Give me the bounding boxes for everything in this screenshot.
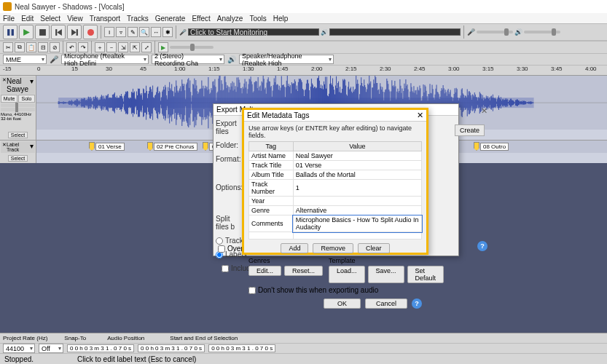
device-toolbar: MME 🎤 Microphone (Realtek High Defini 2 … <box>0 54 607 66</box>
play-speed-slider[interactable] <box>170 46 214 49</box>
ok-button[interactable]: OK <box>324 298 361 309</box>
copy-button[interactable]: ⧉ <box>15 42 25 52</box>
tool-selection[interactable]: I <box>104 27 114 37</box>
zoom-in-button[interactable]: ＋ <box>95 42 105 52</box>
close-icon[interactable]: ✕ <box>417 111 423 120</box>
playback-meter[interactable] <box>329 28 461 36</box>
label-marker[interactable]: 02 Pre Chorus <box>147 142 197 151</box>
playback-device-select[interactable]: Speaker/Headphone (Realtek High <box>239 55 334 64</box>
selection-toolbar: Project Rate (Hz) Snap-To Audio Position… <box>0 333 607 364</box>
zoom-out-button[interactable]: － <box>106 42 117 52</box>
tool-timeshift[interactable]: ↔ <box>151 27 161 37</box>
cut-button[interactable]: ✂ <box>3 42 13 52</box>
export-close-icon[interactable]: ✕ <box>481 106 487 116</box>
stop-button[interactable] <box>35 25 50 39</box>
split-tracks-radio[interactable] <box>216 237 223 245</box>
undo-button[interactable]: ↶ <box>66 42 77 52</box>
tool-multi[interactable]: ✱ <box>162 27 173 37</box>
menu-help[interactable]: Help <box>273 15 289 23</box>
menu-view[interactable]: View <box>67 15 83 23</box>
dont-show-check[interactable] <box>248 287 256 294</box>
selection-end-field[interactable]: 0 0 h 0 3 m 3 1 . 0 7 0 s <box>208 344 275 352</box>
menu-generate[interactable]: Generate <box>155 15 186 23</box>
track-name[interactable]: Neal Sawye <box>7 77 30 93</box>
play-at-speed-button[interactable]: ▶ <box>158 42 168 52</box>
skip-start-button[interactable] <box>51 25 66 39</box>
status-hint: Click to edit label text (Esc to cancel) <box>77 355 196 363</box>
svg-marker-6 <box>71 29 77 36</box>
fit-project-button[interactable]: ⇱ <box>130 42 140 52</box>
clear-button[interactable]: Clear <box>358 243 390 253</box>
timeline-ruler[interactable]: -15 0 15 30 45 1:00 1:15 1:30 1:45 2:00 … <box>0 66 607 76</box>
recording-channels-select[interactable]: 2 (Stereo) Recording Cha <box>152 55 224 64</box>
host-api-select[interactable]: MME <box>3 55 47 64</box>
speaker-device-icon: 🔊 <box>227 55 236 63</box>
menu-tracks[interactable]: Tracks <box>127 15 149 23</box>
track-pan-slider[interactable] <box>1 108 35 111</box>
solo-button[interactable]: Solo <box>18 95 35 103</box>
metadata-table[interactable]: TagValue Artist NameNeal Sawyer Track Ti… <box>248 141 422 240</box>
transport-toolbar: I ▿ ✎ 🔍 ↔ ✱ 🎤 Click to Start Monitoring … <box>0 23 607 41</box>
metadata-hint: Use arrow keys (or ENTER key after editi… <box>248 124 422 139</box>
silence-button[interactable]: ⊘ <box>50 42 60 52</box>
menu-edit[interactable]: Edit <box>21 15 34 23</box>
menu-analyze[interactable]: Analyze <box>217 15 243 23</box>
speaker-icon: 🔊 <box>514 28 522 36</box>
tool-envelope[interactable]: ▿ <box>116 27 126 37</box>
menu-select[interactable]: Select <box>40 15 60 23</box>
menu-file[interactable]: File <box>3 15 15 23</box>
mute-button[interactable]: Mute <box>1 95 17 103</box>
tool-zoom[interactable]: 🔍 <box>139 27 149 37</box>
remove-button[interactable]: Remove <box>313 243 353 253</box>
redo-button[interactable]: ↷ <box>78 42 88 52</box>
add-button[interactable]: Add <box>281 243 308 253</box>
playback-volume-slider[interactable] <box>524 31 560 33</box>
label-marker[interactable]: 08 Outro <box>474 142 509 151</box>
play-button[interactable] <box>19 25 34 39</box>
menu-bar: File Edit Select View Transport Tracks G… <box>0 13 607 23</box>
create-button[interactable]: Create <box>455 124 485 136</box>
track-control-panel[interactable]: ✕Neal Sawye▾ MuteSolo Mono, 44100Hz 32-b… <box>0 76 36 130</box>
set-default-button[interactable]: Set Default <box>407 266 445 283</box>
save-template-button[interactable]: Save... <box>368 266 404 283</box>
skip-end-button[interactable] <box>67 25 82 39</box>
recording-volume-slider[interactable] <box>477 31 513 33</box>
svg-rect-0 <box>7 29 9 36</box>
label-select-button[interactable]: Select <box>8 155 28 162</box>
fit-selection-button[interactable]: ⇲ <box>118 42 128 52</box>
include-check[interactable] <box>222 265 229 272</box>
menu-effect[interactable]: Effect <box>192 15 210 23</box>
svg-rect-4 <box>55 29 57 36</box>
recording-meter[interactable]: Click to Start Monitoring <box>188 28 319 36</box>
load-template-button[interactable]: Load... <box>329 266 365 283</box>
tool-draw[interactable]: ✎ <box>128 27 138 37</box>
help-icon[interactable]: ? <box>412 298 422 309</box>
record-button[interactable] <box>83 25 98 39</box>
cancel-button[interactable]: Cancel <box>365 298 407 309</box>
menu-tools[interactable]: Tools <box>249 15 266 23</box>
edit-genres-button[interactable]: Edit... <box>248 266 281 276</box>
pause-button[interactable] <box>3 25 17 39</box>
metadata-dialog-title: Edit Metadata Tags <box>247 111 309 119</box>
export-help-icon[interactable]: ? <box>477 241 487 251</box>
window-title-bar: Neal Sawyer - Shadows - [Vocals] <box>0 0 607 13</box>
zoom-toggle-button[interactable]: ⤢ <box>141 42 152 52</box>
recording-device-select[interactable]: Microphone (Realtek High Defini <box>61 55 149 64</box>
rec-meter-label: 🎤 <box>179 29 187 36</box>
svg-rect-7 <box>76 29 77 36</box>
label-track-control[interactable]: ✕Label Track▾ <box>0 141 36 153</box>
reset-genres-button[interactable]: Reset... <box>284 266 323 276</box>
audio-position-field[interactable]: 0 0 h 0 3 m 3 1 . 0 7 0 s <box>67 344 134 352</box>
comments-cell[interactable]: Microphone Basics - How To Split Audio I… <box>293 215 421 232</box>
label-marker[interactable]: 01 Verse <box>89 142 125 151</box>
paste-button[interactable]: 📋 <box>26 42 36 52</box>
track-select-button[interactable]: Select <box>8 132 28 138</box>
menu-transport[interactable]: Transport <box>90 15 120 23</box>
label-track-name[interactable]: Label Track <box>7 142 30 152</box>
overwrite-check[interactable] <box>218 245 225 253</box>
snap-to-select[interactable]: Off <box>39 344 63 353</box>
trim-button[interactable]: ⊟ <box>38 42 48 52</box>
project-rate-select[interactable]: 44100 <box>3 344 35 353</box>
window-title: Neal Sawyer - Shadows - [Vocals] <box>15 3 125 11</box>
selection-start-field[interactable]: 0 0 h 0 3 m 3 1 . 0 7 0 s <box>138 344 205 352</box>
